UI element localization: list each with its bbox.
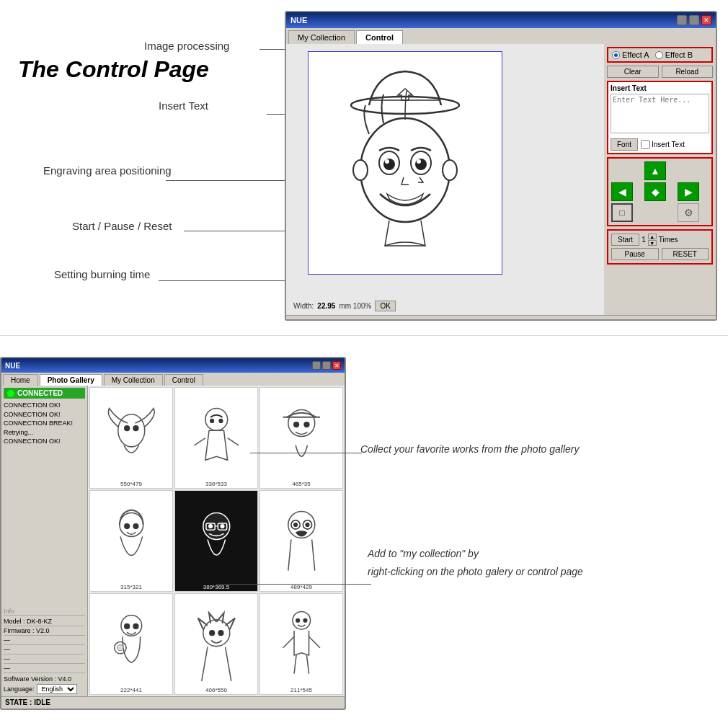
tab-control[interactable]: Control [356, 30, 403, 44]
svg-point-19 [303, 422, 309, 427]
gallery-item-4[interactable]: 315*321 [89, 490, 173, 592]
language-select[interactable]: English [37, 684, 77, 694]
gallery-img-3 [265, 393, 339, 483]
gallery-img-5 [179, 496, 254, 586]
svg-point-11 [118, 414, 145, 447]
label-engraving: Engraving area positioning [43, 164, 172, 177]
times-value: 1 [642, 236, 646, 244]
clear-button[interactable]: Clear [607, 66, 659, 78]
dir-square-button[interactable]: □ [611, 203, 633, 222]
tab-my-collection[interactable]: My Collection [288, 30, 355, 44]
svg-point-44 [303, 618, 307, 623]
annotation-add: Add to "my collection" by [368, 548, 479, 559]
effect-a-radio[interactable]: Effect A [612, 50, 649, 59]
dir-empty-tr [678, 161, 699, 180]
font-button[interactable]: Font [611, 138, 638, 151]
reload-button[interactable]: Reload [662, 66, 714, 78]
model-row: Model : DK-8-KZ [4, 617, 85, 626]
minimize-button[interactable] [677, 15, 687, 25]
svg-point-10 [443, 160, 457, 180]
gallery-item-2[interactable]: 336*533 [174, 387, 258, 489]
insert-text-box: Insert Text Font Insert Text [607, 81, 713, 154]
insert-text-check-label: Insert Text [652, 141, 685, 148]
svg-point-43 [296, 618, 300, 623]
dir-right-button[interactable]: ▶ [678, 182, 699, 201]
gallery-item-6[interactable]: 489*429 [259, 490, 343, 592]
image-canvas: Width: 22.95 mm 100% OK [286, 44, 604, 315]
insert-text-textarea[interactable] [611, 94, 709, 133]
firmware-label: Firmware : V2.0 [4, 627, 50, 634]
titlebar2-title: NUE [5, 362, 20, 370]
ok-button[interactable]: OK [375, 301, 395, 311]
close-button[interactable]: ✕ [701, 15, 711, 25]
gallery-item-9[interactable]: 211*545 [259, 593, 343, 695]
gallery-item-3[interactable]: 465*35 [259, 387, 343, 489]
spinner-up[interactable]: ▲ [648, 234, 657, 239]
svg-point-12 [124, 425, 130, 431]
gallery-grid: 550*479 336*533 [88, 386, 345, 696]
annotation-add-sub: right-clicking on the photo galery or co… [368, 566, 583, 577]
maximize-button[interactable] [689, 15, 699, 25]
software-version-label: Software Version : V4.0 [4, 675, 71, 683]
dir-empty-tl [611, 161, 633, 180]
dir-center-button[interactable]: ◆ [644, 182, 666, 201]
dir-up-button[interactable]: ▲ [644, 161, 666, 180]
connection-log: CONNECTION OK! CONNECTION OK! CONNECTION… [4, 401, 85, 446]
titlebar-title: NUE [290, 16, 307, 25]
annotation-collect: Collect your favorite works from the pho… [360, 443, 579, 455]
effect-row: Effect A Effect B [607, 47, 713, 63]
effect-b-radio[interactable]: Effect B [655, 50, 693, 59]
gallery-item-7[interactable]: 222*441 [89, 593, 173, 695]
gallery-label-3: 465*35 [292, 481, 310, 487]
gallery-img-4 [94, 496, 169, 586]
gallery-img-1 [94, 393, 169, 483]
log-line-5: CONNECTION OK! [4, 437, 85, 446]
svg-point-22 [133, 523, 138, 529]
close-btn2[interactable]: ✕ [332, 361, 341, 370]
gallery-item-8[interactable]: 406*550 [174, 593, 258, 695]
gallery-label-5: 389*369.5 [203, 584, 229, 590]
spinner-down[interactable]: ▼ [648, 240, 657, 246]
min-btn2[interactable] [312, 361, 321, 370]
dir-gear-button[interactable]: ⚙ [678, 203, 699, 222]
dir-left-button[interactable]: ◀ [611, 182, 633, 201]
window-content: Width: 22.95 mm 100% OK Effect A Effe [286, 44, 716, 315]
gallery-img-2 [179, 393, 254, 483]
pause-button[interactable]: Pause [611, 248, 659, 260]
start-button[interactable]: Start [611, 234, 639, 246]
right-panel: Effect A Effect B Clear Reload Insert Te… [604, 44, 716, 315]
log-line-3: CONNECTION BREAK! [4, 419, 85, 428]
svg-point-21 [124, 523, 130, 529]
burning-time-bar: Burning Time: 0m8 [286, 315, 716, 321]
svg-point-15 [210, 419, 214, 423]
canvas-image-area [308, 51, 502, 275]
tab2-home[interactable]: Home [3, 374, 38, 386]
ann-line-add [216, 584, 371, 585]
svg-point-39 [203, 620, 230, 647]
tab2-my-collection[interactable]: My Collection [104, 374, 163, 386]
svg-point-36 [133, 623, 138, 629]
photo-gallery: 550*479 336*533 [88, 386, 345, 696]
svg-point-33 [305, 523, 309, 527]
insert-text-checkbox[interactable] [641, 140, 650, 149]
gallery-label-9: 211*545 [290, 687, 312, 693]
tab2-photo-gallery[interactable]: Photo Gallery [40, 374, 102, 386]
insert-text-check[interactable]: Insert Text [641, 140, 685, 149]
gallery-item-1[interactable]: 550*479 [89, 387, 173, 489]
radio-effect-a-dot[interactable] [612, 51, 620, 59]
ann-line-engraving [166, 180, 285, 181]
manga-character-image [326, 66, 484, 260]
ann-line-collect [250, 453, 362, 453]
page-title: The Control Page [18, 56, 209, 83]
radio-effect-b-dot[interactable] [655, 51, 663, 59]
svg-point-8 [417, 159, 421, 164]
software-version: Software Version : V4.0 [4, 675, 85, 683]
times-spinner[interactable]: ▲ ▼ [648, 234, 657, 246]
gallery-item-5[interactable]: 389*369.5 [174, 490, 258, 592]
reset-button[interactable]: RESET [662, 248, 709, 260]
max-btn2[interactable] [322, 361, 331, 370]
tab2-control[interactable]: Control [164, 374, 203, 386]
svg-point-40 [209, 630, 215, 636]
label-image-processing: Image processing [144, 40, 229, 52]
svg-point-41 [218, 630, 223, 636]
